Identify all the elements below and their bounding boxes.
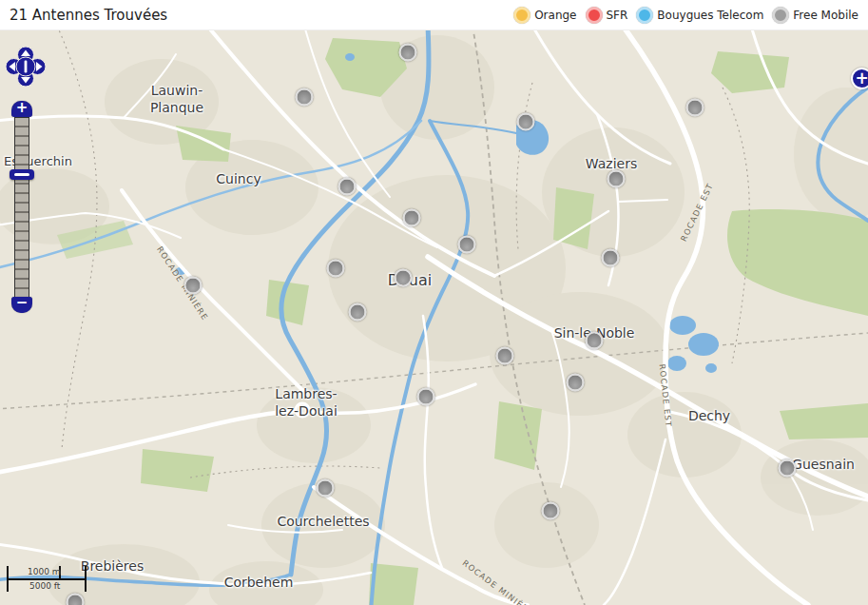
legend-item-bouygues-telecom: Bouygues Telecom	[636, 7, 763, 24]
legend: OrangeSFRBouygues TelecomFree Mobile	[513, 7, 858, 24]
antenna-marker[interactable]	[349, 303, 367, 322]
scale-bar-line	[7, 578, 87, 580]
antenna-marker[interactable]	[567, 374, 585, 392]
scale-metric-label: 1000 m	[28, 567, 61, 576]
scale-bar-tick	[7, 566, 9, 592]
scale-bar-tick	[85, 566, 87, 592]
pan-rosette-icon	[5, 46, 47, 88]
antenna-marker[interactable]	[542, 502, 560, 520]
legend-label: Free Mobile	[793, 9, 858, 22]
antenna-marker[interactable]	[608, 170, 626, 188]
zoom-slider-handle[interactable]	[10, 169, 34, 180]
antenna-marker[interactable]	[686, 99, 704, 117]
antenna-marker[interactable]	[296, 88, 314, 107]
legend-label: Orange	[534, 9, 576, 22]
antenna-marker[interactable]	[417, 388, 435, 406]
zoom-slider-track[interactable]	[14, 117, 29, 299]
antenna-marker[interactable]	[496, 347, 514, 365]
legend-item-free-mobile: Free Mobile	[772, 7, 858, 24]
antenna-marker[interactable]	[602, 249, 620, 267]
operator-color-icon	[772, 7, 789, 24]
operator-color-icon	[636, 7, 653, 24]
antenna-marker[interactable]	[338, 178, 357, 196]
panel-toggle-button[interactable]: +	[851, 68, 868, 89]
antenna-marker[interactable]	[184, 277, 203, 295]
antenna-marker[interactable]	[403, 209, 421, 227]
map-canvas	[0, 30, 868, 605]
pan-control[interactable]	[5, 46, 47, 91]
legend-item-orange: Orange	[513, 7, 576, 24]
map-container[interactable]: ROCADE MINIÈREROCADE ESTROCADE ESTROCADE…	[0, 30, 868, 605]
results-count-title: 21 Antennes Trouvées	[10, 7, 167, 24]
operator-color-icon	[586, 7, 603, 24]
antenna-marker[interactable]	[517, 113, 535, 131]
antenna-marker[interactable]	[779, 459, 797, 478]
legend-label: SFR	[607, 9, 628, 22]
legend-label: Bouygues Telecom	[657, 9, 763, 22]
scale-imperial-label: 5000 ft	[29, 581, 60, 591]
pan-center-icon	[25, 61, 28, 73]
antenna-marker[interactable]	[399, 44, 417, 62]
legend-item-sfr: SFR	[586, 7, 628, 24]
scale-bar: 1000 m 5000 ft	[7, 566, 97, 596]
zoom-in-button[interactable]: +	[11, 101, 32, 117]
antenna-marker[interactable]	[586, 332, 604, 350]
antenna-marker[interactable]	[327, 260, 345, 278]
antenna-marker[interactable]	[458, 236, 476, 254]
antenna-marker[interactable]	[395, 269, 413, 287]
operator-color-icon	[513, 7, 530, 24]
antenna-marker[interactable]	[317, 479, 335, 498]
header-bar: 21 Antennes Trouvées OrangeSFRBouygues T…	[0, 0, 868, 30]
